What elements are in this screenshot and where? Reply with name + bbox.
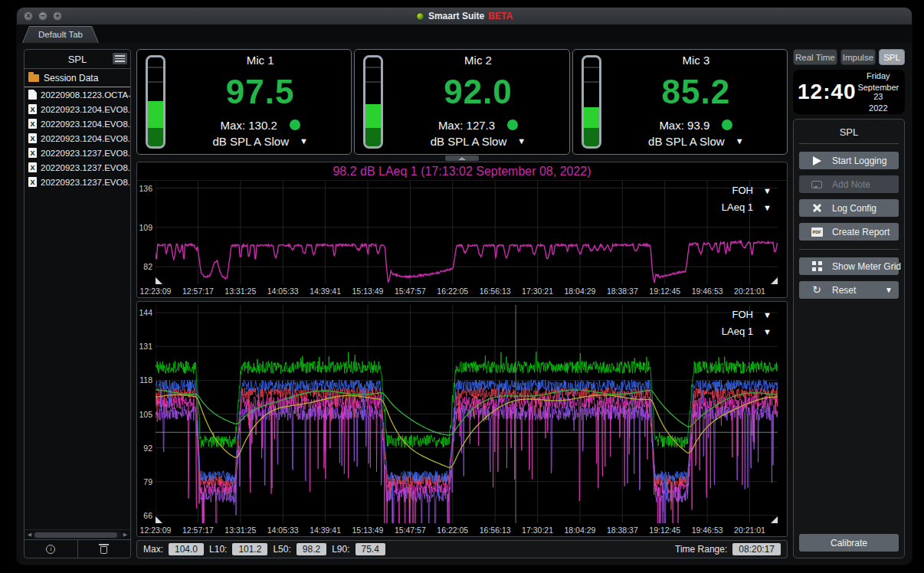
resize-corner-icon[interactable] — [156, 277, 162, 284]
control-button-show-meter-grid[interactable]: Show Meter Grid — [799, 257, 899, 275]
stat-value[interactable]: 98.2 — [297, 543, 326, 555]
control-button-create-report[interactable]: PDFCreate Report — [799, 223, 899, 241]
max-row: Max: 127.3 — [393, 117, 562, 133]
level-meter — [146, 55, 165, 149]
stat-value[interactable]: 101.2 — [232, 543, 267, 555]
meter-segment-line — [584, 81, 599, 83]
status-dot-icon — [290, 120, 300, 130]
scrollbar-track[interactable] — [33, 532, 122, 539]
source-select[interactable]: FOH — [722, 185, 753, 196]
source-select[interactable]: FOH — [722, 309, 753, 320]
control-button-start-logging[interactable]: Start Logging — [799, 152, 899, 169]
clock-panel: 12:40 Friday September 23 2022 — [793, 70, 905, 114]
tab-default-label: Default Tab — [23, 27, 98, 43]
sidebar-menu-icon[interactable] — [113, 53, 127, 64]
meter-mode-select[interactable]: dB SPL A Slow▼ — [175, 133, 345, 149]
stat-label: L50: — [273, 544, 290, 555]
chart2-plot-area[interactable]: FOH▼ LAeq 1▼ — [156, 305, 778, 523]
list-item-session-file[interactable]: X20220923.1204.EVO8.Mi — [25, 131, 130, 146]
max-label: Max: 127.3 — [438, 119, 495, 132]
control-button-add-note[interactable]: Add Note — [799, 175, 899, 193]
resize-corner-icon[interactable] — [771, 277, 778, 284]
doc-x-icon: X — [28, 148, 37, 158]
file-name: 20220923.1237.EVO8.Mi — [41, 178, 130, 187]
calibrate-button[interactable]: Calibrate — [799, 534, 899, 552]
x-axis-tick: 14:39:41 — [310, 286, 341, 296]
x-axis-tick: 13:31:25 — [224, 526, 256, 535]
delete-button[interactable] — [77, 540, 131, 558]
chart1-plot-area[interactable]: FOH▼ LAeq 1▼ — [156, 181, 778, 284]
chevron-down-icon[interactable]: ▼ — [753, 327, 773, 336]
meter-mode-select[interactable]: dB SPL A Slow▼ — [393, 133, 562, 149]
mode-button-impulse[interactable]: Impulse — [840, 49, 876, 65]
file-name: 20220923.1204.EVO8.Mi — [41, 120, 130, 129]
time-range-label: Time Range: — [675, 544, 727, 555]
chevron-down-icon[interactable]: ▼ — [753, 310, 773, 319]
info-button[interactable]: i — [25, 540, 77, 558]
x-axis-tick: 17:30:21 — [522, 286, 553, 296]
resize-corner-icon[interactable] — [771, 516, 778, 523]
spl-meter-row: Mic 197.5Max: 130.2dB SPL A Slow▼Mic 292… — [136, 49, 788, 155]
tab-default[interactable]: Default Tab — [22, 26, 99, 43]
spl-value: 85.2 — [611, 67, 781, 117]
x-axis-tick: 19:46:53 — [692, 526, 723, 535]
list-item-session-file[interactable]: X20220923.1204.EVO8.Mi — [25, 102, 130, 116]
meter-segment-line — [365, 67, 381, 68]
x-axis-tick: 12:23:09 — [140, 286, 172, 296]
y-axis-tick: 92 — [137, 444, 152, 453]
chart2-legend: FOH▼ LAeq 1▼ — [722, 309, 773, 337]
list-item-session-file[interactable]: X20220923.1237.EVO8.Mi — [25, 160, 130, 175]
doc-x-icon: X — [28, 104, 37, 114]
trash-icon — [100, 546, 107, 554]
meter-mode-select[interactable]: dB SPL A Slow▼ — [611, 133, 781, 149]
resize-corner-icon[interactable] — [156, 516, 162, 523]
metric-select[interactable]: LAeq 1 — [722, 326, 753, 337]
meter-fill-base — [584, 128, 599, 146]
meter-segment-line — [365, 81, 381, 83]
x-axis-tick: 12:23:09 — [140, 526, 172, 535]
level-meter — [363, 55, 383, 149]
scroll-left-icon[interactable]: ◀ — [26, 532, 33, 538]
x-axis-tick: 18:04:29 — [565, 526, 596, 535]
spl-control-panel: SPL Start LoggingAdd NoteLog ConfigPDFCr… — [793, 119, 905, 558]
y-axis-tick: 79 — [137, 477, 152, 486]
chevron-down-icon: ▼ — [517, 136, 526, 146]
x-axis-tick: 16:56:13 — [480, 286, 511, 296]
control-button-log-config[interactable]: Log Config — [799, 199, 899, 217]
scroll-right-icon[interactable]: ▶ — [122, 532, 129, 538]
list-item-session-file[interactable]: X20220923.1237.EVO8.Mi — [25, 175, 130, 189]
scrollbar-thumb[interactable] — [34, 532, 117, 538]
time-range-value[interactable]: 08:20:17 — [732, 543, 781, 555]
clock-weekday: Friday — [867, 71, 890, 80]
mic-title: Mic 3 — [611, 54, 781, 67]
clock-year: 2022 — [869, 103, 887, 113]
x-axis-tick: 14:05:33 — [267, 526, 299, 535]
chevron-down-icon[interactable]: ▼ — [753, 186, 773, 195]
note-glyph — [811, 181, 822, 188]
sidebar-scrollbar[interactable]: ◀ ▶ — [25, 529, 130, 539]
chevron-down-icon[interactable]: ▼ — [753, 203, 773, 212]
stat-label: Max: — [143, 544, 163, 555]
control-button-label: Start Logging — [832, 156, 886, 166]
x-axis-tick: 16:22:05 — [437, 526, 468, 535]
y-axis-tick: 66 — [137, 511, 152, 520]
reset-glyph: ↻ — [812, 285, 821, 295]
list-item-session-file[interactable]: X20220923.1237.EVO8.Mi — [25, 146, 130, 160]
control-button-reset[interactable]: ↻Reset▼ — [799, 281, 899, 299]
meter-collapse-handle[interactable] — [136, 155, 788, 162]
metric-select[interactable]: LAeq 1 — [722, 201, 753, 213]
doc-x-icon: X — [28, 133, 37, 143]
x-axis-tick: 15:13:49 — [352, 526, 384, 535]
mic-meter-panel-2: Mic 292.0Max: 127.3dB SPL A Slow▼ — [354, 49, 569, 155]
mode-button-spl[interactable]: SPL — [879, 49, 905, 65]
doc-x-icon: X — [28, 162, 37, 172]
y-axis-tick: 136 — [137, 184, 152, 193]
list-item-session-file[interactable]: 20220908.1223.OCTA-CA — [25, 87, 130, 102]
mode-button-real-time[interactable]: Real Time — [793, 49, 837, 65]
list-item-session-file[interactable]: X20220923.1204.EVO8.Mi — [25, 116, 130, 131]
stat-value[interactable]: 104.0 — [169, 543, 204, 555]
pdf-glyph: PDF — [811, 228, 823, 237]
stat-value[interactable]: 75.4 — [356, 543, 385, 555]
session-data-folder[interactable]: Session Data — [25, 70, 130, 87]
session-file-list: Session Data 20220908.1223.OCTA-CAX20220… — [25, 69, 130, 529]
